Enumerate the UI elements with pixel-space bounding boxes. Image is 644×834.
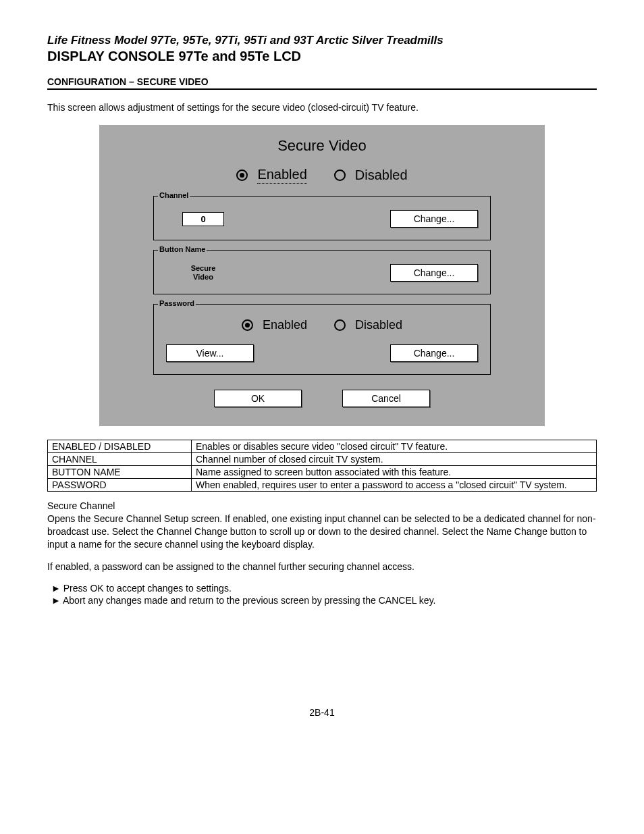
- page-number: 2B-41: [47, 707, 597, 718]
- table-row: PASSWORD When enabled, requires user to …: [48, 479, 597, 492]
- table-row: ENABLED / DISABLED Enables or disables s…: [48, 440, 597, 453]
- table-row: CHANNEL Channel number of closed circuit…: [48, 453, 597, 466]
- table-val: Channel number of closed circuit TV syst…: [192, 453, 597, 466]
- radio-enabled-label: Enabled: [257, 167, 306, 184]
- secure-video-radio-group: Enabled Disabled: [140, 167, 504, 184]
- secure-channel-block: Secure Channel Opens the Secure Channel …: [47, 500, 597, 551]
- ok-button[interactable]: OK: [214, 390, 302, 407]
- table-val: When enabled, requires user to enter a p…: [192, 479, 597, 492]
- radio-icon: [242, 319, 253, 331]
- table-key: PASSWORD: [48, 479, 192, 492]
- channel-value: 0: [182, 212, 224, 226]
- cancel-button[interactable]: Cancel: [342, 390, 430, 407]
- button-name-group: Button Name Secure Video Change...: [153, 250, 491, 294]
- channel-legend: Channel: [158, 191, 190, 199]
- radio-disabled-label: Disabled: [355, 167, 408, 183]
- password-radio-group: Enabled Disabled: [166, 318, 478, 332]
- dialog-container: Secure Video Enabled Disabled Channel 0 …: [47, 125, 597, 426]
- channel-change-button[interactable]: Change...: [390, 210, 478, 228]
- table-key: BUTTON NAME: [48, 466, 192, 479]
- secure-channel-p2: If enabled, a password can be assigned t…: [47, 561, 597, 573]
- password-view-button[interactable]: View...: [166, 344, 254, 362]
- table-val: Name assigned to screen button associate…: [192, 466, 597, 479]
- header-model-line: Life Fitness Model 97Te, 95Te, 97Ti, 95T…: [47, 34, 597, 47]
- radio-disabled[interactable]: Disabled: [334, 167, 408, 184]
- table-key: CHANNEL: [48, 453, 192, 466]
- secure-channel-heading: Secure Channel: [47, 500, 597, 513]
- bullet-item: Press OK to accept changes to settings.: [47, 583, 597, 594]
- section-heading: CONFIGURATION – SECURE VIDEO: [47, 76, 597, 90]
- radio-icon: [334, 319, 346, 331]
- intro-text: This screen allows adjustment of setting…: [47, 102, 597, 113]
- button-name-legend: Button Name: [158, 245, 207, 253]
- password-legend: Password: [158, 299, 196, 307]
- table-key: ENABLED / DISABLED: [48, 440, 192, 453]
- password-radio-enabled[interactable]: Enabled: [242, 318, 307, 332]
- radio-icon: [236, 170, 248, 181]
- password-radio-disabled[interactable]: Disabled: [334, 318, 402, 332]
- secure-video-dialog: Secure Video Enabled Disabled Channel 0 …: [99, 125, 545, 426]
- table-val: Enables or disables secure video "closed…: [192, 440, 597, 453]
- password-disabled-label: Disabled: [355, 318, 402, 332]
- password-group: Password Enabled Disabled View... Change…: [153, 304, 491, 375]
- radio-enabled[interactable]: Enabled: [236, 167, 306, 184]
- secure-channel-p1: Opens the Secure Channel Setup screen. I…: [47, 513, 597, 551]
- channel-group: Channel 0 Change...: [153, 196, 491, 240]
- header-title: DISPLAY CONSOLE 97Te and 95Te LCD: [47, 49, 597, 64]
- password-enabled-label: Enabled: [263, 318, 307, 332]
- dialog-title: Secure Video: [140, 137, 504, 155]
- description-table: ENABLED / DISABLED Enables or disables s…: [47, 440, 597, 492]
- radio-icon: [334, 170, 346, 181]
- password-change-button[interactable]: Change...: [390, 344, 478, 362]
- button-name-change-button[interactable]: Change...: [390, 264, 478, 282]
- table-row: BUTTON NAME Name assigned to screen butt…: [48, 466, 597, 479]
- dialog-bottom-buttons: OK Cancel: [153, 390, 491, 407]
- bullet-item: Abort any changes made and return to the…: [47, 595, 597, 606]
- button-name-value: Secure Video: [173, 264, 234, 282]
- bullet-list: Press OK to accept changes to settings. …: [47, 583, 597, 606]
